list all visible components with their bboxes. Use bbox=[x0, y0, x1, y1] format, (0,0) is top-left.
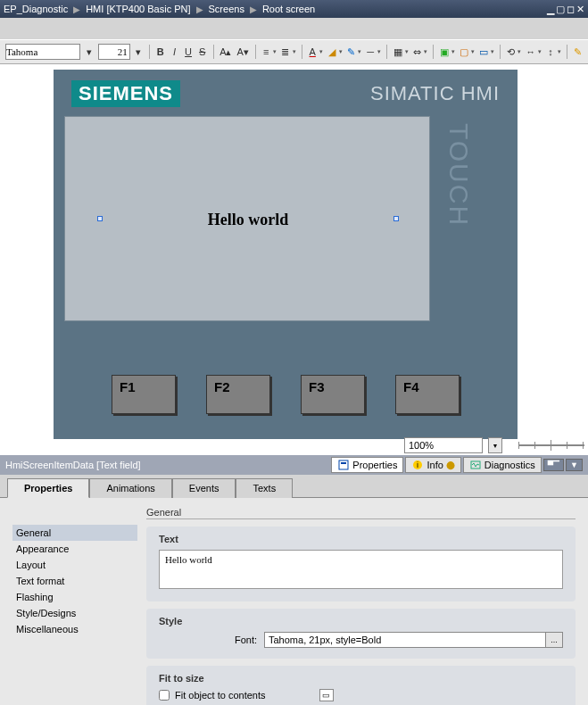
fill-color-button[interactable]: ◢ bbox=[327, 44, 337, 60]
text-field-object[interactable]: Hello world bbox=[101, 208, 395, 231]
tab-properties-main[interactable]: Properties bbox=[331, 457, 403, 473]
prop-tab-events[interactable]: Events bbox=[172, 478, 236, 498]
tab-info-main[interactable]: i Info ⬤ bbox=[405, 457, 460, 473]
zoom-dropdown-icon[interactable]: ▼ bbox=[488, 437, 502, 453]
text-group-title: Text bbox=[159, 534, 563, 544]
distribute-h-button[interactable]: ⇔ bbox=[412, 44, 423, 60]
property-panel: General Appearance Layout Text format Fl… bbox=[0, 498, 588, 705]
crumb-screen[interactable]: Root screen bbox=[262, 4, 315, 14]
function-key-f2[interactable]: F2 bbox=[206, 375, 270, 414]
size-h-button[interactable]: ↔ bbox=[525, 44, 536, 60]
function-key-f4[interactable]: F4 bbox=[395, 375, 460, 414]
text-value-input[interactable]: Hello world bbox=[159, 550, 563, 589]
font-dropdown-icon[interactable]: ▾ bbox=[84, 44, 95, 60]
collapse-down-icon[interactable]: ▼ bbox=[566, 459, 583, 471]
nav-text-format[interactable]: Text format bbox=[12, 573, 137, 589]
window-controls: ▁ ▢ ◻ ✕ bbox=[547, 4, 584, 15]
minimize-icon[interactable]: ▁ bbox=[547, 4, 554, 15]
resize-handle-right[interactable] bbox=[393, 216, 399, 221]
svg-rect-1 bbox=[341, 462, 346, 464]
chevron-right-icon: ▶ bbox=[73, 4, 80, 14]
group-button[interactable]: ▭ bbox=[478, 44, 489, 60]
crumb-device[interactable]: HMI [KTP400 Basic PN] bbox=[86, 4, 190, 14]
touch-label: TOUCH bbox=[443, 123, 474, 227]
rotate-button[interactable]: ⟲ bbox=[505, 44, 516, 60]
line-color-button[interactable]: ✎ bbox=[346, 44, 357, 60]
font-color-button[interactable]: A bbox=[307, 44, 318, 60]
prop-tab-properties[interactable]: Properties bbox=[7, 478, 89, 498]
fit-preview-icon[interactable]: ▭ bbox=[319, 689, 334, 701]
size-v-button[interactable]: ↕ bbox=[545, 44, 556, 60]
property-nav: General Appearance Layout Text format Fl… bbox=[0, 498, 146, 705]
align-vert-button[interactable]: ≣ bbox=[280, 44, 291, 60]
zoom-slider[interactable] bbox=[518, 439, 584, 452]
prop-tab-animations[interactable]: Animations bbox=[89, 478, 171, 498]
zoom-input[interactable] bbox=[404, 437, 483, 453]
diagnostics-icon bbox=[469, 459, 482, 471]
close-icon[interactable]: ✕ bbox=[576, 4, 584, 15]
breadcrumb: EP_Diagnostic ▶ HMI [KTP400 Basic PN] ▶ … bbox=[4, 4, 547, 14]
fit-checkbox-row[interactable]: Fit object to contents bbox=[159, 690, 266, 701]
hmi-device-frame: SIEMENS SIMATIC HMI Hello world TOUCH F1… bbox=[54, 70, 518, 439]
underline-button[interactable]: U bbox=[183, 44, 194, 60]
siemens-logo: SIEMENS bbox=[71, 80, 180, 107]
screen-canvas[interactable]: SIEMENS SIMATIC HMI Hello world TOUCH F1… bbox=[0, 64, 588, 455]
zoom-controls: ▼ bbox=[404, 437, 584, 453]
title-bar: EP_Diagnostic ▶ HMI [KTP400 Basic PN] ▶ … bbox=[0, 0, 588, 18]
function-key-f1[interactable]: F1 bbox=[112, 375, 176, 414]
line-style-button[interactable]: ─ bbox=[365, 44, 376, 60]
style-group-title: Style bbox=[159, 616, 563, 626]
restore-icon[interactable]: ▢ bbox=[556, 4, 565, 15]
italic-button[interactable]: I bbox=[170, 44, 180, 60]
font-browse-button[interactable]: ... bbox=[545, 632, 563, 648]
align-left-button[interactable]: ≡ bbox=[261, 44, 271, 60]
prop-tab-texts[interactable]: Texts bbox=[236, 478, 293, 498]
send-back-button[interactable]: ▢ bbox=[459, 44, 469, 60]
bring-front-button[interactable]: ▣ bbox=[439, 44, 450, 60]
decrease-font-button[interactable]: A▾ bbox=[236, 44, 250, 60]
property-content: General Text Hello world Style Font: ...… bbox=[146, 498, 588, 705]
font-family-select[interactable] bbox=[5, 44, 80, 60]
crumb-project[interactable]: EP_Diagnostic bbox=[4, 4, 68, 14]
align-edges-button[interactable]: ▦ bbox=[393, 44, 403, 60]
svg-text:i: i bbox=[417, 460, 418, 469]
text-group: Text Hello world bbox=[146, 527, 576, 601]
collapse-up-icon[interactable]: ▀▔ bbox=[543, 459, 564, 471]
text-field-content: Hello world bbox=[208, 211, 289, 229]
font-label: Font: bbox=[159, 634, 257, 645]
section-heading: General bbox=[146, 507, 576, 519]
info-icon: i bbox=[411, 459, 424, 471]
maximize-icon[interactable]: ◻ bbox=[567, 4, 575, 15]
fit-checkbox[interactable] bbox=[159, 690, 170, 701]
chevron-right-icon: ▶ bbox=[250, 4, 257, 14]
info-badge-icon: ⬤ bbox=[446, 460, 455, 469]
function-key-f3[interactable]: F3 bbox=[301, 375, 365, 414]
font-value-input[interactable] bbox=[264, 632, 545, 648]
fit-group: Fit to size Fit object to contents ▭ bbox=[146, 666, 576, 705]
size-dropdown-icon[interactable]: ▾ bbox=[134, 44, 145, 60]
nav-style-designs[interactable]: Style/Designs bbox=[12, 605, 137, 621]
nav-appearance[interactable]: Appearance bbox=[12, 541, 137, 557]
strike-button[interactable]: S bbox=[197, 44, 208, 60]
nav-layout[interactable]: Layout bbox=[12, 557, 137, 573]
crumb-folder[interactable]: Screens bbox=[209, 4, 244, 14]
style-group: Style Font: ... bbox=[146, 609, 576, 659]
format-toolbar: ▾ ▾ B I U S A▴ A▾ ≡▾ ≣▾ A▾ ◢▾ ✎▾ ─▾ ▦▾ ⇔… bbox=[0, 39, 588, 64]
hmi-screen-surface[interactable]: Hello world bbox=[64, 116, 430, 321]
format-paint-button[interactable]: ✎ bbox=[572, 44, 583, 60]
fit-label: Fit object to contents bbox=[175, 690, 266, 701]
nav-miscellaneous[interactable]: Miscellaneous bbox=[12, 621, 137, 637]
properties-icon bbox=[337, 459, 350, 471]
property-tabs: Properties Animations Events Texts bbox=[0, 475, 588, 498]
nav-flashing[interactable]: Flashing bbox=[12, 589, 137, 605]
font-size-select[interactable] bbox=[98, 44, 130, 60]
bold-button[interactable]: B bbox=[155, 44, 166, 60]
simatic-label: SIMATIC HMI bbox=[370, 82, 500, 105]
inspector-title: HmiScreenItemData [Text field] bbox=[5, 460, 331, 470]
resize-handle-left[interactable] bbox=[97, 216, 103, 221]
fit-group-title: Fit to size bbox=[159, 673, 563, 684]
nav-general[interactable]: General bbox=[12, 525, 137, 541]
tab-diagnostics-main[interactable]: Diagnostics bbox=[463, 457, 542, 473]
svg-rect-0 bbox=[339, 460, 348, 469]
increase-font-button[interactable]: A▴ bbox=[219, 44, 232, 60]
